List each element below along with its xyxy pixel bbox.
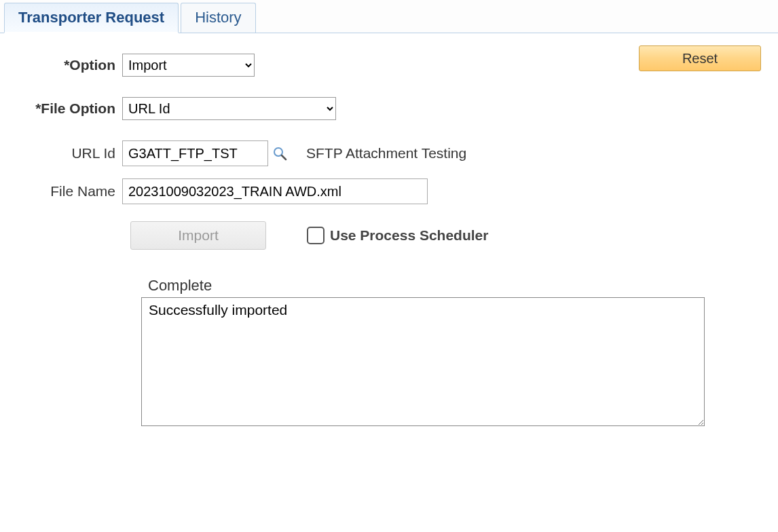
import-button: Import xyxy=(130,221,266,250)
lookup-icon[interactable] xyxy=(272,146,287,161)
reset-button[interactable]: Reset xyxy=(639,45,761,71)
status-section: Complete Successfully imported xyxy=(14,277,764,429)
tab-history[interactable]: History xyxy=(181,3,255,33)
tab-bar: Transporter Request History xyxy=(0,0,778,33)
action-row: Import Use Process Scheduler xyxy=(14,221,764,250)
status-textarea[interactable]: Successfully imported xyxy=(141,297,705,426)
option-select[interactable]: Import xyxy=(122,54,255,77)
file-option-row: *File Option URL Id xyxy=(14,97,764,120)
file-name-label: File Name xyxy=(14,183,122,200)
url-id-row: URL Id SFTP Attachment Testing xyxy=(14,140,764,166)
url-id-input[interactable] xyxy=(122,140,268,166)
form-content: Reset *Option Import *File Option URL Id… xyxy=(0,33,778,442)
svg-line-1 xyxy=(282,155,286,159)
use-scheduler-label: Use Process Scheduler xyxy=(330,227,488,244)
status-label: Complete xyxy=(148,277,764,294)
file-name-input[interactable] xyxy=(122,178,428,204)
option-label: *Option xyxy=(14,57,122,73)
url-id-description: SFTP Attachment Testing xyxy=(306,145,466,162)
scheduler-checkbox-wrap: Use Process Scheduler xyxy=(307,227,488,244)
url-id-label: URL Id xyxy=(14,145,122,162)
file-name-row: File Name xyxy=(14,178,764,204)
file-option-select[interactable]: URL Id xyxy=(122,97,336,120)
use-scheduler-checkbox[interactable] xyxy=(307,227,325,244)
file-option-label: *File Option xyxy=(14,100,122,117)
tab-transporter-request[interactable]: Transporter Request xyxy=(4,3,179,33)
